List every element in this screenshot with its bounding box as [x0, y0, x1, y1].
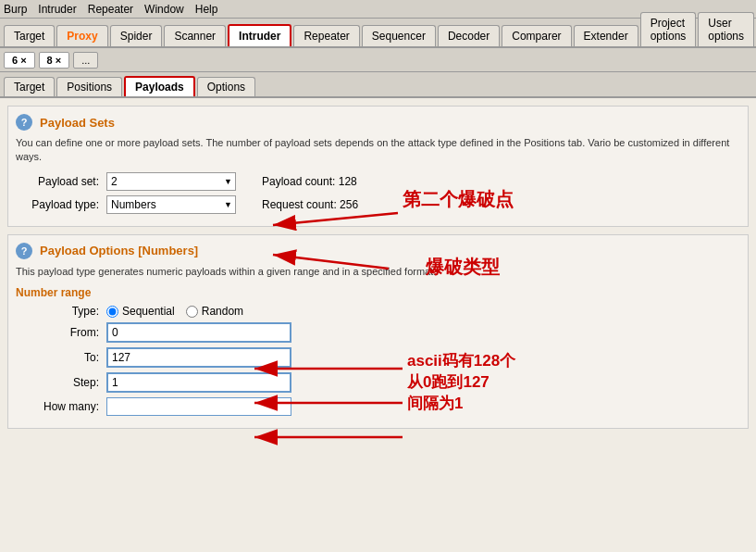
type-label: Type: — [16, 305, 99, 318]
tab-user-options[interactable]: User options — [698, 12, 754, 46]
subtab-target[interactable]: Target — [4, 77, 55, 96]
step-row: Step: — [16, 372, 740, 393]
how-many-label: How many: — [16, 400, 99, 413]
tab-target[interactable]: Target — [4, 25, 55, 46]
tab-scanner[interactable]: Scanner — [164, 25, 226, 46]
to-row: To: — [16, 347, 740, 368]
to-label: To: — [16, 351, 99, 364]
tab-project-options[interactable]: Project options — [640, 12, 697, 46]
from-input[interactable] — [106, 322, 291, 343]
subtab-options[interactable]: Options — [197, 77, 255, 96]
num-tab-8[interactable]: 8 × — [39, 52, 70, 69]
payload-options-header: ? Payload Options [Numbers] — [16, 243, 740, 259]
menu-intruder[interactable]: Intruder — [38, 3, 76, 16]
from-row: From: — [16, 322, 740, 343]
tab-intruder[interactable]: Intruder — [228, 24, 291, 46]
menu-window[interactable]: Window — [144, 3, 184, 16]
payload-sets-title: Payload Sets — [40, 116, 115, 130]
menu-burp[interactable]: Burp — [4, 3, 27, 16]
subtab-positions[interactable]: Positions — [56, 77, 122, 96]
step-input[interactable] — [106, 372, 291, 393]
tab-decoder[interactable]: Decoder — [438, 25, 500, 46]
payload-type-select-wrapper: Numbers Simple list Runtime file — [106, 195, 236, 214]
payload-type-row: Payload type: Numbers Simple list Runtim… — [16, 195, 740, 214]
subtab-payloads[interactable]: Payloads — [124, 76, 195, 96]
tab-spider[interactable]: Spider — [110, 25, 163, 46]
menu-help[interactable]: Help — [195, 3, 218, 16]
to-input[interactable] — [106, 347, 291, 368]
payload-options-title: Payload Options [Numbers] — [40, 244, 198, 257]
top-tab-bar: Target Proxy Spider Scanner Intruder Rep… — [0, 19, 756, 48]
num-tab-6[interactable]: 6 × — [4, 52, 35, 69]
step-label: Step: — [16, 376, 99, 389]
number-range-label: Number range — [16, 286, 740, 299]
payload-sets-header: ? Payload Sets — [16, 114, 740, 131]
payload-set-select[interactable]: 2 1 — [106, 172, 236, 191]
payload-sets-help-button[interactable]: ? — [16, 114, 32, 131]
payload-options-section: ? Payload Options [Numbers] This payload… — [7, 234, 749, 429]
subtab-bar: Target Positions Payloads Options — [0, 72, 756, 98]
payload-set-label: Payload set: — [16, 175, 99, 188]
payload-sets-section: ? Payload Sets You can define one or mor… — [7, 106, 749, 227]
payload-type-select[interactable]: Numbers Simple list Runtime file — [106, 195, 236, 214]
payload-count-info: Payload count: 128 — [262, 175, 357, 188]
payload-type-label: Payload type: — [16, 198, 99, 211]
how-many-input[interactable] — [106, 397, 291, 416]
sequential-radio[interactable] — [106, 306, 118, 318]
tab-comparer[interactable]: Comparer — [502, 25, 571, 46]
payload-set-select-wrapper: 2 1 — [106, 172, 236, 191]
payload-options-description: This payload type generates numeric payl… — [16, 265, 740, 279]
type-row: Type: Sequential Random — [16, 305, 740, 318]
tab-sequencer[interactable]: Sequencer — [362, 25, 436, 46]
random-radio-label[interactable]: Random — [186, 305, 243, 318]
tab-proxy[interactable]: Proxy — [56, 25, 107, 46]
from-label: From: — [16, 326, 99, 339]
menu-repeater[interactable]: Repeater — [88, 3, 133, 16]
payload-options-help-button[interactable]: ? — [16, 243, 32, 259]
how-many-row: How many: — [16, 397, 740, 416]
tab-repeater[interactable]: Repeater — [293, 25, 359, 46]
sequential-radio-label[interactable]: Sequential — [106, 305, 175, 318]
payload-set-row: Payload set: 2 1 Payload count: 128 — [16, 172, 740, 191]
random-radio[interactable] — [186, 306, 198, 318]
main-content: ? Payload Sets You can define one or mor… — [0, 98, 756, 552]
type-radio-group: Sequential Random — [106, 305, 243, 318]
request-count-info: Request count: 256 — [262, 198, 358, 211]
num-tab-more[interactable]: ... — [73, 52, 98, 69]
tab-extender[interactable]: Extender — [574, 25, 638, 46]
payload-sets-description: You can define one or more payload sets.… — [16, 136, 740, 165]
number-tab-bar: 6 × 8 × ... — [0, 48, 756, 72]
